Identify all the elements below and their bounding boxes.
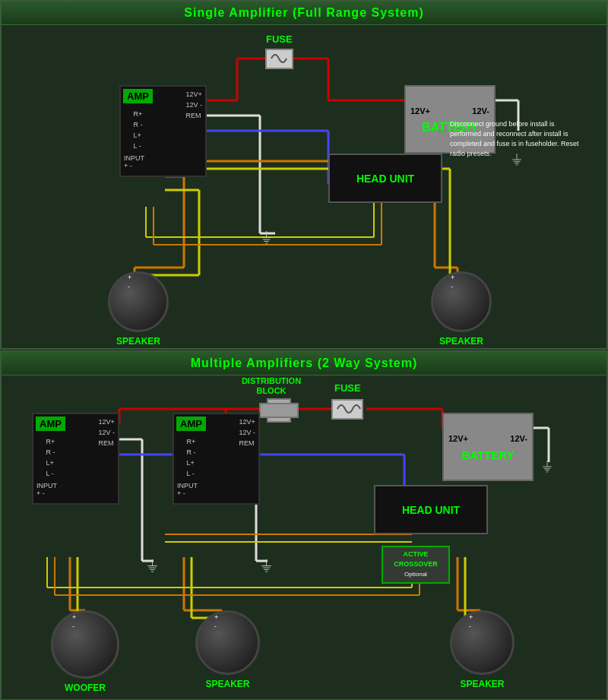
bottom-fuse-label: FUSE [334,382,361,394]
top-sp-right-plus: + [451,274,454,281]
svg-rect-83 [268,399,290,422]
bottom-right-plus: + [469,613,473,621]
bottom-mid-minus: - [214,622,217,630]
bottom-amp1-block: AMP 12V+12V -REM R+ R - L+ L - INPUT+ - [32,413,119,505]
bottom-woofer-plus: + [72,613,76,621]
top-speaker-right [431,271,492,332]
bottom-section-title: Multiple Amplifiers (2 Way System) [2,352,606,375]
bottom-speaker-woofer-label: WOOFER [51,683,119,693]
top-speaker-left-label: SPEAKER [108,336,169,347]
bottom-amp2-label: AMP [176,417,206,431]
bottom-dist-label: DISTRIBUTIONBLOCK [237,376,306,396]
bottom-dist-text: DISTRIBUTIONBLOCK [242,376,301,395]
bottom-section: Multiple Amplifiers (2 Way System) [0,350,608,700]
bottom-speaker-woofer [51,610,119,679]
bottom-amp1-ground: ⏚ [147,555,157,575]
top-sp-right-minus: - [451,283,453,290]
bottom-speaker-mid [195,610,260,675]
top-battery-pos: 12V+ [410,106,430,116]
top-note: Disconnect ground before install is perf… [450,119,583,159]
top-amp-label: AMP [123,89,153,103]
bottom-battery-ground: ⏚ [543,457,552,474]
bottom-active-crossover: ACTIVECROSSOVER Optional [382,546,450,584]
top-wires [2,2,608,351]
svg-rect-37 [266,49,293,68]
top-arrow: ← [435,123,448,139]
top-sp-left-minus: - [128,283,130,290]
top-battery-neg: 12V- [472,106,489,116]
bottom-battery-neg: 12V- [510,434,527,443]
main-container: Single Amplifier (Full Range System) [0,0,608,700]
bottom-speaker-mid-label: SPEAKER [195,679,260,689]
crossover-text: ACTIVECROSSOVER [394,550,438,568]
top-speaker-left [108,271,169,332]
top-section: Single Amplifier (Full Range System) [0,0,608,350]
bottom-amp2-ground: ⏚ [261,555,271,575]
bottom-battery-block: 12V+ 12V- BATTERY [442,413,534,481]
top-section-title: Single Amplifier (Full Range System) [2,2,606,25]
bottom-head-unit: HEAD UNIT [374,485,488,534]
svg-rect-84 [260,404,298,417]
bottom-woofer-minus: - [72,622,74,630]
bottom-amp2-block: AMP 12V+12V -REM R+ R - L+ L - INPUT+ - [173,413,260,505]
svg-rect-82 [332,400,363,419]
top-speaker-right-label: SPEAKER [431,336,492,347]
top-fuse-label: FUSE [266,33,293,45]
top-amp-block: AMP 12V+12V -REM R+ R - L+ L - INPUT+ - [119,85,207,177]
bottom-battery-pos: 12V+ [448,434,468,443]
top-amp-ground: ⏚ [261,226,271,246]
bottom-speaker-right [450,610,515,675]
top-sp-left-plus: + [128,274,131,281]
bottom-speaker-right-label: SPEAKER [450,679,515,689]
crossover-optional: Optional [404,571,427,578]
bottom-mid-plus: + [214,613,218,621]
bottom-amp1-label: AMP [36,417,65,431]
bottom-right-minus: - [469,622,471,630]
bottom-battery-label: BATTERY [461,448,514,461]
top-head-unit: HEAD UNIT [328,154,442,203]
